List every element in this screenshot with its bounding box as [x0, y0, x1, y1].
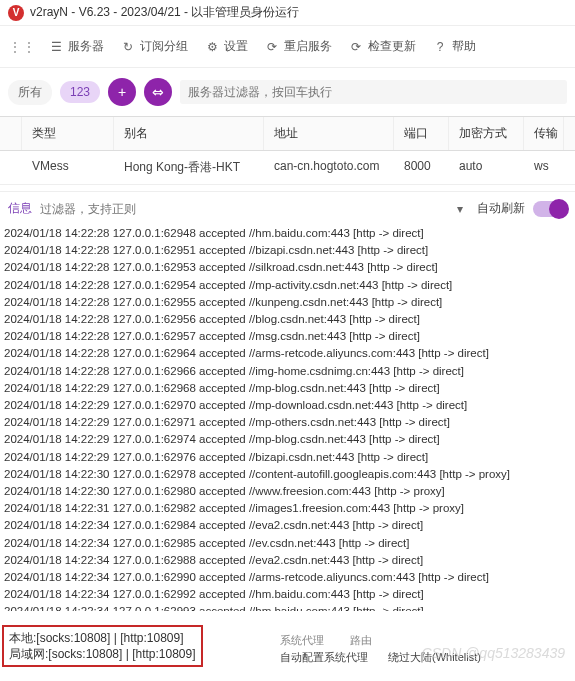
col-alias[interactable]: 别名 — [114, 117, 264, 150]
route-label: 路由 — [350, 633, 372, 648]
subgroups-label: 订阅分组 — [140, 38, 188, 55]
cell-alias: Hong Kong-香港-HKT — [114, 151, 264, 184]
log-line: 2024/01/18 14:22:29 127.0.0.1:62976 acce… — [4, 449, 571, 466]
server-filter-input[interactable] — [180, 80, 567, 104]
update-label: 检查更新 — [368, 38, 416, 55]
log-line: 2024/01/18 14:22:31 127.0.0.1:62982 acce… — [4, 500, 571, 517]
log-line: 2024/01/18 14:22:28 127.0.0.1:62956 acce… — [4, 311, 571, 328]
log-line: 2024/01/18 14:22:29 127.0.0.1:62970 acce… — [4, 397, 571, 414]
log-line: 2024/01/18 14:22:28 127.0.0.1:62953 acce… — [4, 259, 571, 276]
table-row[interactable]: VMess Hong Kong-香港-HKT can-cn.hogtoto.co… — [0, 151, 575, 185]
settings-button[interactable]: ⚙ 设置 — [196, 32, 256, 61]
window-title: v2rayN - V6.23 - 2023/04/21 - 以非管理员身份运行 — [30, 4, 299, 21]
help-label: 帮助 — [452, 38, 476, 55]
col-blank[interactable] — [0, 117, 22, 150]
auto-refresh-toggle[interactable] — [533, 201, 567, 217]
filter-bar: 所有 123 + ⇔ — [0, 68, 575, 116]
drag-handle-icon[interactable]: ⋮⋮ — [4, 39, 40, 55]
log-pane[interactable]: 2024/01/18 14:22:28 127.0.0.1:62948 acce… — [0, 221, 575, 611]
restart-icon: ⟳ — [264, 39, 280, 55]
help-button[interactable]: ? 帮助 — [424, 32, 484, 61]
cell-port: 8000 — [394, 151, 449, 184]
cell-enc: auto — [449, 151, 524, 184]
col-enc[interactable]: 加密方式 — [449, 117, 524, 150]
restart-button[interactable]: ⟳ 重启服务 — [256, 32, 340, 61]
log-line: 2024/01/18 14:22:28 127.0.0.1:62955 acce… — [4, 294, 571, 311]
log-line: 2024/01/18 14:22:28 127.0.0.1:62951 acce… — [4, 242, 571, 259]
log-line: 2024/01/18 14:22:29 127.0.0.1:62974 acce… — [4, 431, 571, 448]
log-line: 2024/01/18 14:22:28 127.0.0.1:62948 acce… — [4, 225, 571, 242]
proxy-value: 自动配置系统代理 — [280, 650, 368, 665]
add-button[interactable]: + — [108, 78, 136, 106]
log-line: 2024/01/18 14:22:34 127.0.0.1:62988 acce… — [4, 552, 571, 569]
cell-blank — [0, 151, 22, 184]
log-line: 2024/01/18 14:22:29 127.0.0.1:62968 acce… — [4, 380, 571, 397]
refresh-icon: ↻ — [120, 39, 136, 55]
auto-refresh-label: 自动刷新 — [477, 200, 525, 217]
titlebar: V v2rayN - V6.23 - 2023/04/21 - 以非管理员身份运… — [0, 0, 575, 26]
settings-label: 设置 — [224, 38, 248, 55]
servers-label: 服务器 — [68, 38, 104, 55]
info-bar: 信息 ▾ 自动刷新 — [0, 191, 575, 221]
log-line: 2024/01/18 14:22:34 127.0.0.1:62984 acce… — [4, 517, 571, 534]
cell-addr: can-cn.hogtoto.com — [264, 151, 394, 184]
count-pill[interactable]: 123 — [60, 81, 100, 103]
proxy-label: 系统代理 — [280, 633, 324, 648]
app-icon: V — [8, 5, 24, 21]
chevron-down-icon[interactable]: ▾ — [451, 202, 469, 216]
log-line: 2024/01/18 14:22:34 127.0.0.1:62985 acce… — [4, 535, 571, 552]
info-label: 信息 — [8, 200, 32, 217]
col-trans[interactable]: 传输 — [524, 117, 564, 150]
lan-ports: 局域网:[socks:10808] | [http:10809] — [9, 646, 196, 662]
update-button[interactable]: ⟳ 检查更新 — [340, 32, 424, 61]
log-line: 2024/01/18 14:22:30 127.0.0.1:62978 acce… — [4, 466, 571, 483]
log-line: 2024/01/18 14:22:28 127.0.0.1:62966 acce… — [4, 363, 571, 380]
subgroups-button[interactable]: ↻ 订阅分组 — [112, 32, 196, 61]
cell-type: VMess — [22, 151, 114, 184]
help-icon: ? — [432, 39, 448, 55]
route-value: 绕过大陆(Whitelist) — [388, 650, 481, 665]
expand-button[interactable]: ⇔ — [144, 78, 172, 106]
log-line: 2024/01/18 14:22:28 127.0.0.1:62957 acce… — [4, 328, 571, 345]
log-line: 2024/01/18 14:22:34 127.0.0.1:62992 acce… — [4, 586, 571, 603]
log-line: 2024/01/18 14:22:30 127.0.0.1:62980 acce… — [4, 483, 571, 500]
col-type[interactable]: 类型 — [22, 117, 114, 150]
toolbar: ⋮⋮ ☰ 服务器 ↻ 订阅分组 ⚙ 设置 ⟳ 重启服务 ⟳ 检查更新 ? 帮助 — [0, 26, 575, 68]
col-port[interactable]: 端口 — [394, 117, 449, 150]
col-addr[interactable]: 地址 — [264, 117, 394, 150]
servers-icon: ☰ — [48, 39, 64, 55]
listen-ports-box: 本地:[socks:10808] | [http:10809] 局域网:[soc… — [2, 625, 203, 667]
log-filter-input[interactable] — [40, 202, 443, 216]
log-line: 2024/01/18 14:22:34 127.0.0.1:62990 acce… — [4, 569, 571, 586]
log-line: 2024/01/18 14:22:34 127.0.0.1:62993 acce… — [4, 603, 571, 611]
log-line: 2024/01/18 14:22:28 127.0.0.1:62964 acce… — [4, 345, 571, 362]
restart-label: 重启服务 — [284, 38, 332, 55]
gear-icon: ⚙ — [204, 39, 220, 55]
log-line: 2024/01/18 14:22:28 127.0.0.1:62954 acce… — [4, 277, 571, 294]
all-pill[interactable]: 所有 — [8, 80, 52, 105]
status-area: 系统代理 路由 自动配置系统代理 绕过大陆(Whitelist) — [280, 633, 481, 667]
log-line: 2024/01/18 14:22:29 127.0.0.1:62971 acce… — [4, 414, 571, 431]
update-icon: ⟳ — [348, 39, 364, 55]
cell-trans: ws — [524, 151, 564, 184]
table-header: 类型 别名 地址 端口 加密方式 传输 — [0, 116, 575, 151]
servers-button[interactable]: ☰ 服务器 — [40, 32, 112, 61]
local-ports: 本地:[socks:10808] | [http:10809] — [9, 630, 196, 646]
